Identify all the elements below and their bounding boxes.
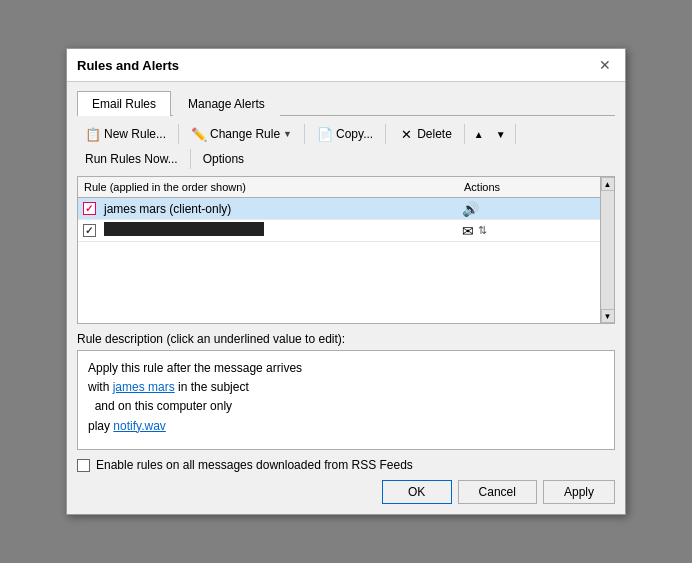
move-up-button[interactable]: ▲: [469, 126, 489, 143]
rule-actions-2: ✉ ⇅: [458, 221, 614, 241]
toolbar-separator-4: [464, 124, 465, 144]
toolbar-separator-5: [515, 124, 516, 144]
col-rule-header: Rule (applied in the order shown): [78, 179, 458, 195]
toolbar-separator-1: [178, 124, 179, 144]
change-rule-dropdown-arrow: ▼: [283, 129, 292, 139]
description-box: Apply this rule after the message arrive…: [77, 350, 615, 450]
rules-table: Rule (applied in the order shown) Action…: [77, 176, 615, 324]
desc-line-1: Apply this rule after the message arrive…: [88, 359, 604, 378]
notify-wav-link[interactable]: notify.wav: [113, 419, 165, 433]
rule-name-2: [100, 220, 458, 241]
desc-line-2: with james mars in the subject: [88, 378, 604, 397]
delete-icon: ✕: [398, 126, 414, 142]
scroll-down-arrow[interactable]: ▼: [601, 309, 615, 323]
toolbar-separator-6: [190, 149, 191, 169]
table-row[interactable]: ✉ ⇅: [78, 220, 614, 242]
change-rule-icon: ✏️: [191, 126, 207, 142]
rule-name-1: james mars (client-only): [100, 200, 458, 218]
cancel-button[interactable]: Cancel: [458, 480, 537, 504]
james-mars-link[interactable]: james mars: [113, 380, 175, 394]
rule-check-cell-1: [78, 202, 100, 215]
scrollbar: ▲ ▼: [600, 177, 614, 323]
run-rules-button[interactable]: Run Rules Now...: [77, 148, 186, 170]
table-header: Rule (applied in the order shown) Action…: [78, 177, 614, 198]
buttons-row: OK Cancel Apply: [77, 480, 615, 504]
rss-checkbox[interactable]: [77, 459, 90, 472]
rss-label: Enable rules on all messages downloaded …: [96, 458, 413, 472]
redacted-text: [104, 222, 264, 236]
rule-check-cell-2: [78, 224, 100, 237]
copy-button[interactable]: 📄 Copy...: [309, 122, 381, 146]
dialog-body: Email Rules Manage Alerts 📋 New Rule... …: [67, 82, 625, 514]
rules-and-alerts-dialog: Rules and Alerts ✕ Email Rules Manage Al…: [66, 48, 626, 515]
description-label: Rule description (click an underlined va…: [77, 332, 615, 346]
title-bar: Rules and Alerts ✕: [67, 49, 625, 82]
col-actions-header: Actions: [458, 179, 614, 195]
dialog-title: Rules and Alerts: [77, 58, 179, 73]
close-button[interactable]: ✕: [595, 55, 615, 75]
desc-line-4: play notify.wav: [88, 417, 604, 436]
move-down-button[interactable]: ▼: [491, 126, 511, 143]
toolbar-separator-3: [385, 124, 386, 144]
speaker-icon: 🔊: [462, 201, 479, 217]
rule-checkbox-1[interactable]: [83, 202, 96, 215]
tab-email-rules[interactable]: Email Rules: [77, 91, 171, 116]
envelope-icon: ✉: [462, 223, 474, 239]
tab-manage-alerts[interactable]: Manage Alerts: [173, 91, 280, 116]
sort-icon: ⇅: [478, 224, 487, 237]
toolbar: 📋 New Rule... ✏️ Change Rule ▼ 📄 Copy...…: [77, 122, 615, 170]
desc-line-3: and on this computer only: [88, 397, 604, 416]
change-rule-button[interactable]: ✏️ Change Rule ▼: [183, 122, 300, 146]
options-button[interactable]: Options: [195, 148, 252, 170]
rule-actions-1: 🔊: [458, 199, 614, 219]
scroll-up-arrow[interactable]: ▲: [601, 177, 615, 191]
rule-checkbox-2[interactable]: [83, 224, 96, 237]
tabs-container: Email Rules Manage Alerts: [77, 90, 615, 116]
toolbar-separator-2: [304, 124, 305, 144]
apply-button[interactable]: Apply: [543, 480, 615, 504]
copy-icon: 📄: [317, 126, 333, 142]
delete-button[interactable]: ✕ Delete: [390, 122, 460, 146]
table-row[interactable]: james mars (client-only) 🔊: [78, 198, 614, 220]
rss-row: Enable rules on all messages downloaded …: [77, 458, 615, 472]
ok-button[interactable]: OK: [382, 480, 452, 504]
new-rule-icon: 📋: [85, 126, 101, 142]
new-rule-button[interactable]: 📋 New Rule...: [77, 122, 174, 146]
